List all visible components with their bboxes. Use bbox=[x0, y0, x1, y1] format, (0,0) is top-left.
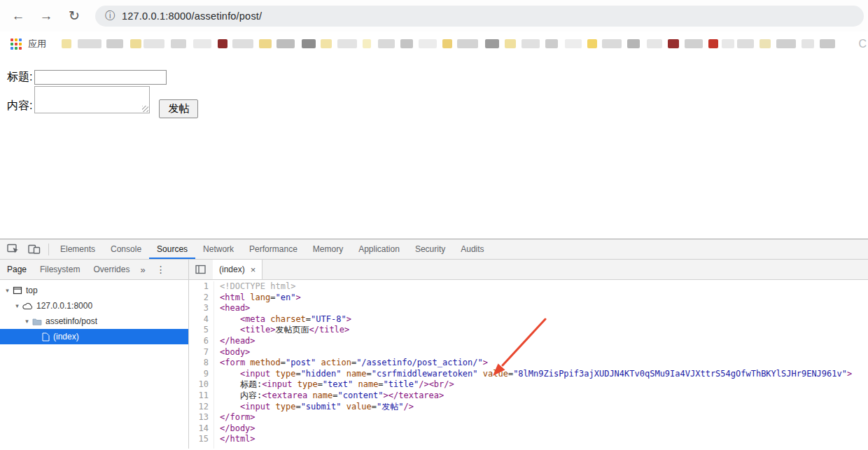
tree-item-assetinfo-post[interactable]: ▾assetinfo/post bbox=[0, 314, 188, 329]
editor-tab-index[interactable]: (index) × bbox=[213, 260, 262, 279]
line-number[interactable]: 14 bbox=[189, 423, 209, 435]
bookmark-item[interactable] bbox=[668, 39, 679, 48]
line-number[interactable]: 10 bbox=[189, 379, 209, 391]
devtools-tab-network[interactable]: Network bbox=[195, 239, 241, 259]
title-input[interactable] bbox=[34, 70, 167, 85]
line-number[interactable]: 9 bbox=[189, 369, 209, 380]
code-line[interactable]: <title>发帖页面</title> bbox=[220, 325, 852, 336]
reload-icon[interactable]: ↻ bbox=[65, 8, 83, 24]
device-toolbar-icon[interactable] bbox=[28, 244, 41, 255]
code-line[interactable]: <head> bbox=[220, 303, 852, 314]
line-number[interactable]: 1 bbox=[189, 281, 209, 293]
subtab-overrides[interactable]: Overrides bbox=[86, 265, 136, 274]
bookmark-item[interactable] bbox=[587, 39, 597, 48]
devtools-tab-sources[interactable]: Sources bbox=[149, 239, 195, 259]
bookmark-item[interactable] bbox=[522, 39, 540, 48]
bookmark-item[interactable] bbox=[62, 39, 71, 48]
bookmark-item[interactable] bbox=[144, 39, 164, 48]
disclosure-triangle-icon[interactable]: ▾ bbox=[3, 287, 12, 294]
code-line[interactable]: <input type="submit" value="发帖"/> bbox=[220, 402, 852, 413]
bookmark-item[interactable] bbox=[457, 39, 478, 48]
line-number[interactable]: 5 bbox=[189, 325, 209, 336]
line-number[interactable]: 8 bbox=[189, 358, 209, 369]
bookmark-item[interactable] bbox=[259, 39, 272, 48]
devtools-tab-performance[interactable]: Performance bbox=[241, 239, 305, 259]
close-tab-icon[interactable]: × bbox=[251, 265, 256, 275]
line-number[interactable]: 11 bbox=[189, 391, 209, 402]
code-line[interactable]: </head> bbox=[220, 336, 852, 347]
bookmark-item[interactable] bbox=[685, 39, 703, 48]
bookmark-item[interactable] bbox=[565, 39, 582, 48]
devtools-tab-audits[interactable]: Audits bbox=[453, 239, 491, 259]
bookmark-item[interactable] bbox=[647, 39, 662, 48]
bookmark-item[interactable] bbox=[419, 39, 437, 48]
bookmark-item[interactable] bbox=[760, 39, 771, 48]
page-info-icon[interactable]: ⓘ bbox=[105, 10, 115, 22]
code-line[interactable]: <!DOCTYPE html> bbox=[220, 281, 852, 293]
bookmark-item[interactable] bbox=[171, 39, 186, 48]
line-number[interactable]: 7 bbox=[189, 347, 209, 358]
more-tabs-icon[interactable]: » bbox=[136, 265, 149, 275]
bookmark-item[interactable] bbox=[106, 39, 123, 48]
line-number[interactable]: 4 bbox=[189, 314, 209, 325]
code-line[interactable]: <meta charset="UTF-8"> bbox=[220, 314, 852, 325]
bookmark-item[interactable] bbox=[378, 39, 395, 48]
bookmark-item[interactable] bbox=[302, 39, 316, 48]
bookmark-item[interactable] bbox=[545, 39, 558, 48]
code-line[interactable]: <input type="hidden" name="csrfmiddlewar… bbox=[220, 369, 852, 380]
code-line[interactable]: <form method="post" action="/assetinfo/p… bbox=[220, 358, 852, 369]
apps-grid-icon[interactable] bbox=[10, 38, 22, 50]
bookmark-item[interactable] bbox=[602, 39, 622, 48]
url-text[interactable]: 127.0.0.1:8000/assetinfo/post/ bbox=[122, 10, 262, 22]
bookmark-item[interactable] bbox=[505, 39, 516, 48]
bookmark-item[interactable] bbox=[363, 39, 371, 48]
tree-item-index[interactable]: (index) bbox=[0, 329, 188, 344]
devtools-tab-memory[interactable]: Memory bbox=[305, 239, 351, 259]
disclosure-triangle-icon[interactable]: ▾ bbox=[22, 318, 31, 325]
bookmark-item[interactable] bbox=[737, 39, 754, 48]
bookmark-item[interactable] bbox=[232, 39, 253, 48]
subtab-filesystem[interactable]: Filesystem bbox=[33, 265, 86, 274]
kebab-menu-icon[interactable]: ⋮ bbox=[150, 264, 172, 275]
bookmark-item[interactable] bbox=[820, 39, 835, 48]
bookmark-item[interactable] bbox=[276, 39, 295, 48]
bookmark-item[interactable] bbox=[802, 39, 814, 48]
line-number[interactable]: 3 bbox=[189, 303, 209, 314]
bookmark-item[interactable] bbox=[722, 39, 734, 48]
code-line[interactable]: 内容:<textarea name="content"></textarea> bbox=[220, 391, 852, 402]
bookmark-item[interactable] bbox=[218, 39, 227, 48]
line-number[interactable]: 12 bbox=[189, 402, 209, 413]
line-number[interactable]: 2 bbox=[189, 293, 209, 304]
subtab-page[interactable]: Page bbox=[0, 265, 33, 274]
line-number[interactable]: 6 bbox=[189, 336, 209, 347]
back-icon[interactable]: ← bbox=[9, 8, 27, 24]
code-line[interactable]: <html lang="en"> bbox=[220, 293, 852, 304]
apps-label[interactable]: 应用 bbox=[28, 38, 46, 50]
bookmark-item[interactable] bbox=[776, 39, 796, 48]
resize-grip-icon[interactable] bbox=[142, 106, 148, 112]
code-line[interactable]: 标题:<input type="text" name="title"/><br/… bbox=[220, 379, 852, 391]
bookmark-item[interactable] bbox=[708, 39, 718, 48]
devtools-tab-elements[interactable]: Elements bbox=[52, 239, 103, 259]
address-bar[interactable]: ⓘ 127.0.0.1:8000/assetinfo/post/ bbox=[95, 6, 864, 27]
code-line[interactable]: </body> bbox=[220, 423, 852, 435]
inspect-element-icon[interactable] bbox=[7, 244, 20, 255]
disclosure-triangle-icon[interactable]: ▾ bbox=[13, 302, 22, 309]
content-textarea[interactable] bbox=[34, 86, 150, 113]
bookmark-item[interactable] bbox=[193, 39, 211, 48]
code-line[interactable]: <body> bbox=[220, 347, 852, 358]
bookmark-item[interactable] bbox=[130, 39, 141, 48]
bookmark-item[interactable] bbox=[337, 39, 357, 48]
bookmark-item[interactable] bbox=[442, 39, 452, 48]
line-number[interactable]: 13 bbox=[189, 412, 209, 423]
tree-item-127-0-0-1-8000[interactable]: ▾127.0.0.1:8000 bbox=[0, 298, 188, 314]
code-line[interactable]: </form> bbox=[220, 412, 852, 423]
navigator-toggle-icon[interactable] bbox=[195, 260, 206, 279]
devtools-tab-security[interactable]: Security bbox=[407, 239, 453, 259]
bookmark-item[interactable] bbox=[400, 39, 413, 48]
line-number[interactable]: 15 bbox=[189, 434, 209, 445]
code-line[interactable]: </html> bbox=[220, 434, 852, 445]
bookmark-item[interactable] bbox=[78, 39, 102, 48]
bookmark-item[interactable] bbox=[485, 39, 499, 48]
devtools-tab-console[interactable]: Console bbox=[103, 239, 149, 259]
